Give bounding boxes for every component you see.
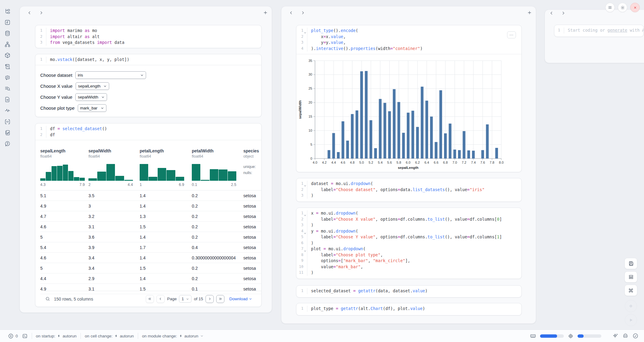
table-column-header[interactable]: petalLengthfloat6416.9 — [140, 148, 192, 190]
svg-text:5.0: 5.0 — [359, 161, 364, 164]
dependency-graph-icon[interactable] — [3, 41, 11, 48]
add-cell-button[interactable] — [527, 10, 532, 15]
code-editor[interactable]: 1dataset = mo.ui.dropdown(2 label="Choos… — [296, 178, 521, 201]
scratchpad-icon[interactable] — [3, 129, 11, 137]
settings-gear-button[interactable] — [618, 3, 627, 12]
connection-status-button[interactable] — [632, 333, 639, 339]
hist-bar — [192, 164, 200, 181]
cell-empty-editor[interactable]: 1 Start coding or generate with AI — [554, 25, 644, 37]
table-row: 4.931.40.2setosa — [40, 201, 261, 211]
line-number[interactable]: 7 — [296, 246, 307, 252]
search-icon[interactable] — [45, 296, 50, 301]
code-snippets-icon[interactable] — [3, 118, 11, 126]
code-editor[interactable]: 1mo.vstack([dataset, x, y, plot]) — [35, 54, 261, 65]
dropdown-select[interactable]: mark_bar — [78, 104, 106, 112]
table-column-header[interactable]: sepalLengthfloat644.37.9 — [40, 148, 88, 190]
scroll-icon[interactable] — [3, 62, 11, 70]
generate-ai-link[interactable]: generate — [607, 28, 627, 33]
cell-selected-dataset[interactable]: 1selected_dataset = getattr(data, datase… — [296, 285, 522, 297]
chevron-right-icon[interactable] — [561, 11, 566, 16]
line-number: 1 — [554, 27, 564, 34]
runtime-config-2[interactable]: on cell change:autorun — [85, 334, 134, 338]
code-editor[interactable]: 1plot_type().encode(2 x=x.value,3 y=y.va… — [296, 25, 521, 54]
function-square-icon[interactable] — [3, 18, 11, 26]
chevron-down-icon — [101, 106, 104, 110]
document-icon[interactable] — [3, 96, 11, 104]
code-editor[interactable]: 1x = mo.ui.dropdown(2 label="Choose X va… — [296, 208, 521, 278]
error-indicator[interactable]: 0 — [8, 333, 18, 339]
line-number: 1 — [35, 126, 46, 132]
keyboard-shortcuts-button[interactable] — [624, 285, 637, 296]
run-button[interactable] — [625, 314, 637, 326]
chat-bot-icon[interactable] — [3, 73, 11, 81]
download-button[interactable]: Download — [229, 297, 252, 301]
code-line: selected_dataset = getattr(data, dataset… — [307, 288, 521, 294]
ai-sparkle-button[interactable] — [612, 333, 618, 339]
cell-chart[interactable]: 1plot_type().encode(2 x=x.value,3 y=y.va… — [296, 25, 522, 172]
line-number[interactable]: 1 — [296, 181, 307, 187]
line-number[interactable]: 4 — [296, 228, 307, 234]
dropdown-select[interactable]: sepalLength — [76, 82, 109, 90]
table-cell: 1.7 — [140, 245, 192, 250]
first-page-button[interactable] — [146, 295, 154, 303]
file-tree-icon[interactable] — [3, 7, 11, 15]
menu-button[interactable] — [605, 3, 615, 12]
table-summary: 150 rows, 5 columns — [54, 297, 93, 301]
chevron-left-icon[interactable] — [289, 10, 294, 15]
chevron-right-icon[interactable] — [39, 10, 44, 15]
code-editor[interactable]: 1plot_type = getattr(alt.Chart(df), plot… — [296, 303, 521, 314]
code-line: label="Choose X value", options=df.colum… — [307, 216, 521, 223]
code-editor[interactable]: 1import marimo as mo2import altair as al… — [35, 25, 261, 48]
package-cube-icon[interactable] — [3, 52, 11, 59]
dropdown-select[interactable]: iris — [75, 71, 146, 79]
table-column-header[interactable]: speciesobjectunique:nulls: — [243, 148, 261, 190]
cell-xy-dropdowns[interactable]: 1x = mo.ui.dropdown(2 label="Choose X va… — [296, 208, 522, 279]
terminal-button[interactable] — [22, 333, 28, 339]
cell-dataset-dropdown[interactable]: 1dataset = mo.ui.dropdown(2 label="Choos… — [296, 178, 522, 202]
dropdown-select[interactable]: sepalWidth — [75, 93, 107, 101]
svg-text:4.8: 4.8 — [350, 161, 355, 164]
table-column-header[interactable]: petalWidthfloat640.12.5 — [192, 148, 243, 190]
runtime-config-1[interactable]: on startup:autorun — [36, 334, 77, 338]
code-line: label="Choose dataset", options=data.lis… — [307, 187, 521, 193]
line-number: 6 — [296, 240, 307, 246]
table-column-header[interactable]: sepalWidthfloat6424.4 — [88, 148, 140, 190]
line-number[interactable]: 1 — [296, 28, 307, 34]
database-icon[interactable] — [3, 29, 11, 37]
line-number[interactable]: 1 — [296, 210, 307, 216]
line-number: 10 — [296, 264, 307, 270]
table-cell: 3.1 — [88, 224, 140, 229]
code-editor[interactable]: 1selected_dataset = getattr(data, datase… — [296, 286, 521, 296]
chevron-left-icon[interactable] — [27, 10, 32, 15]
save-button[interactable] — [624, 258, 637, 269]
runtime-config-3[interactable]: on module change:autorun — [142, 334, 204, 338]
add-cell-button[interactable] — [263, 10, 268, 15]
altair-bar-chart[interactable]: 4.04.24.44.64.85.05.25.45.65.86.06.26.46… — [296, 54, 521, 172]
chart-menu-button[interactable]: ⋯ — [507, 31, 516, 38]
dropdown-label: Choose dataset — [40, 73, 72, 78]
stop-button[interactable] — [625, 300, 637, 312]
chevron-left-icon[interactable] — [549, 11, 554, 16]
search-logs-icon[interactable] — [3, 84, 11, 92]
help-bubble-icon[interactable] — [3, 140, 11, 148]
code-line: y=y.value, — [307, 40, 521, 46]
next-page-button[interactable] — [206, 295, 214, 303]
layout-button[interactable] — [624, 271, 637, 283]
code-placeholder[interactable]: Start coding or generate with AI — [564, 27, 644, 34]
line-number: 3 — [296, 193, 307, 199]
cell-imports[interactable]: 1import marimo as mo2import altair as al… — [35, 25, 262, 48]
table-cell: setosa — [243, 193, 261, 198]
close-button[interactable] — [630, 3, 640, 12]
code-editor[interactable]: 1df = selected_dataset()2df — [35, 123, 261, 140]
hist-bar — [88, 178, 97, 181]
prev-page-button[interactable] — [156, 295, 165, 303]
assistant-button[interactable] — [622, 333, 628, 339]
chevron-right-icon[interactable] — [300, 10, 305, 15]
hist-bar — [63, 165, 68, 181]
activity-pulse-icon[interactable] — [3, 107, 11, 115]
cell-vstack[interactable]: 1mo.vstack([dataset, x, y, plot]) Choose… — [35, 54, 262, 117]
cell-dataframe[interactable]: 1df = selected_dataset()2df sepalLengthf… — [35, 123, 262, 307]
last-page-button[interactable] — [216, 295, 224, 303]
cell-plot-type[interactable]: 1plot_type = getattr(alt.Chart(df), plot… — [296, 303, 522, 315]
page-select[interactable]: 1 — [179, 295, 191, 303]
